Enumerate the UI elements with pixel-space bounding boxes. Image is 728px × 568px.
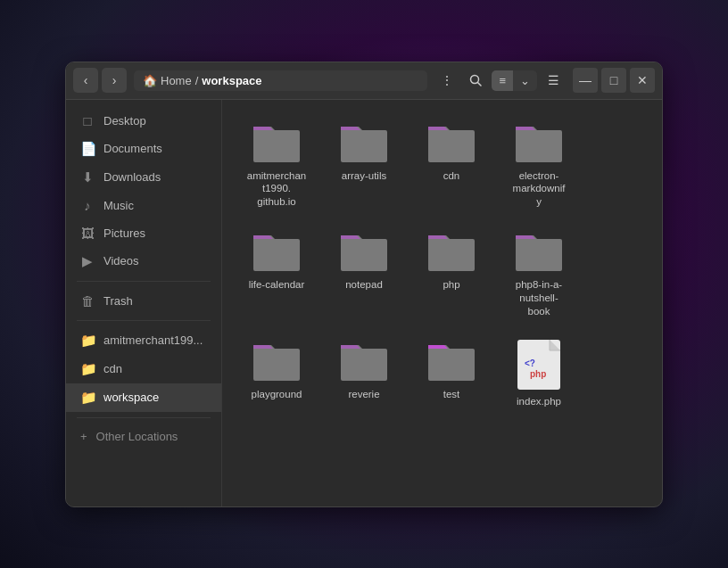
- folder-icon-notepad: [339, 230, 389, 273]
- folder-icon-playground: [252, 340, 302, 383]
- file-name-notepad: notepad: [345, 278, 383, 292]
- home-icon: 🏠: [143, 74, 157, 87]
- downloads-icon: ⬇: [80, 169, 95, 185]
- sidebar-item-amitmerchant[interactable]: 📁 amitmerchant199...: [66, 326, 221, 355]
- file-name-reverie: reverie: [348, 388, 379, 401]
- file-item-index-php[interactable]: <? php index.php: [499, 333, 579, 416]
- folder-icon-electron-markdownify: [514, 121, 564, 164]
- file-area: amitmerchant1990.github.io array-utils: [222, 100, 662, 506]
- window-controls: — □ ✕: [573, 68, 655, 93]
- amitmerchant-folder-icon: 📁: [80, 333, 95, 349]
- other-locations-label: Other Locations: [96, 430, 178, 443]
- workspace-folder-icon: 📁: [80, 390, 95, 406]
- sidebar-item-trash[interactable]: 🗑 Trash: [66, 287, 221, 315]
- file-item-amitmerchant[interactable]: amitmerchant1990.github.io: [236, 114, 317, 217]
- sidebar-item-cdn[interactable]: 📁 cdn: [66, 355, 221, 383]
- file-item-life-calendar[interactable]: life-calendar: [236, 223, 317, 325]
- sidebar-label-music: Music: [103, 199, 134, 212]
- other-locations-button[interactable]: + Other Locations: [66, 424, 221, 449]
- minimize-button[interactable]: —: [573, 68, 598, 93]
- file-item-test[interactable]: test: [411, 333, 492, 416]
- back-button[interactable]: ‹: [73, 68, 98, 93]
- folder-icon-test: [426, 340, 476, 383]
- php-file-icon: <? php: [517, 340, 560, 390]
- close-button[interactable]: ✕: [630, 68, 655, 93]
- file-item-array-utils[interactable]: array-utils: [324, 114, 404, 217]
- breadcrumb-home[interactable]: Home: [161, 74, 192, 87]
- breadcrumb-separator: /: [195, 74, 199, 87]
- sidebar-divider-2: [77, 320, 211, 321]
- sidebar-item-documents[interactable]: 📄 Documents: [66, 135, 221, 163]
- sidebar-item-pictures[interactable]: 🖼 Pictures: [66, 219, 221, 247]
- forward-button[interactable]: ›: [102, 68, 127, 93]
- sidebar-item-downloads[interactable]: ⬇ Downloads: [66, 163, 221, 192]
- file-name-index-php: index.php: [517, 395, 561, 408]
- sidebar: □ Desktop 📄 Documents ⬇ Downloads ♪ Musi…: [66, 100, 222, 506]
- file-item-php[interactable]: php: [411, 223, 492, 325]
- file-name-electron-markdownify: electron-markdownify: [513, 169, 566, 210]
- view-dropdown-button[interactable]: ⌄: [513, 70, 537, 91]
- sidebar-label-documents: Documents: [103, 142, 162, 155]
- sidebar-label-cdn: cdn: [103, 362, 122, 375]
- folder-icon-php8-book: [514, 230, 564, 273]
- file-item-playground[interactable]: playground: [236, 333, 317, 416]
- titlebar-right: ⋮ ≡ ⌄ ☰: [434, 68, 566, 93]
- search-button[interactable]: [463, 68, 488, 93]
- music-icon: ♪: [80, 198, 95, 213]
- file-name-amitmerchant: amitmerchant1990.github.io: [247, 169, 306, 210]
- folder-icon-amitmerchant: [252, 121, 302, 164]
- titlebar: ‹ › 🏠 Home / workspace ⋮ ≡ ⌄ ☰ — □: [66, 62, 662, 100]
- sidebar-item-videos[interactable]: ▶ Videos: [66, 247, 221, 276]
- breadcrumb-current: workspace: [202, 74, 261, 87]
- file-name-php8-book: php8-in-a-nutshell-book: [516, 278, 562, 318]
- svg-text:<?: <?: [525, 358, 535, 368]
- file-item-electron-markdownify[interactable]: electron-markdownify: [499, 114, 579, 217]
- panel-button[interactable]: ☰: [541, 68, 566, 93]
- file-name-php: php: [443, 278, 459, 292]
- main-content: □ Desktop 📄 Documents ⬇ Downloads ♪ Musi…: [66, 100, 662, 506]
- sidebar-label-downloads: Downloads: [103, 170, 161, 184]
- file-item-notepad[interactable]: notepad: [324, 223, 404, 325]
- sidebar-label-amitmerchant: amitmerchant199...: [103, 333, 203, 347]
- search-icon: [469, 74, 482, 86]
- maximize-button[interactable]: □: [601, 68, 626, 93]
- desktop-icon: □: [80, 113, 95, 128]
- folder-icon-reverie: [339, 340, 389, 383]
- sidebar-item-music[interactable]: ♪ Music: [66, 192, 221, 219]
- file-item-php8-book[interactable]: php8-in-a-nutshell-book: [499, 223, 579, 325]
- folder-icon-life-calendar: [252, 230, 302, 273]
- sidebar-label-desktop: Desktop: [103, 114, 146, 128]
- list-view-button[interactable]: ≡: [492, 70, 513, 91]
- sidebar-divider-3: [77, 417, 211, 418]
- sidebar-item-desktop[interactable]: □ Desktop: [66, 107, 221, 135]
- documents-icon: 📄: [80, 141, 95, 157]
- folder-icon-php: [426, 230, 476, 273]
- file-item-cdn[interactable]: cdn: [411, 114, 492, 217]
- sidebar-label-videos: Videos: [103, 254, 139, 268]
- file-name-test: test: [443, 388, 460, 401]
- file-name-cdn: cdn: [443, 169, 460, 183]
- svg-line-1: [478, 83, 482, 86]
- sidebar-label-trash: Trash: [103, 294, 133, 308]
- breadcrumb: 🏠 Home / workspace: [134, 70, 427, 91]
- cdn-folder-icon: 📁: [80, 361, 95, 377]
- folder-icon-array-utils: [339, 121, 389, 164]
- sidebar-label-workspace: workspace: [103, 391, 159, 404]
- svg-text:php: php: [530, 369, 546, 379]
- videos-icon: ▶: [80, 253, 95, 269]
- file-item-reverie[interactable]: reverie: [324, 333, 404, 416]
- pictures-icon: 🖼: [80, 226, 95, 241]
- file-name-life-calendar: life-calendar: [249, 278, 305, 292]
- sidebar-label-pictures: Pictures: [103, 226, 145, 240]
- add-icon: +: [80, 430, 87, 443]
- folder-icon-cdn: [426, 121, 476, 164]
- sidebar-item-workspace[interactable]: 📁 workspace: [66, 383, 221, 412]
- file-name-array-utils: array-utils: [342, 169, 386, 183]
- view-toggle: ≡ ⌄: [492, 70, 537, 91]
- file-manager: ‹ › 🏠 Home / workspace ⋮ ≡ ⌄ ☰ — □: [65, 62, 663, 507]
- trash-icon: 🗑: [80, 293, 95, 309]
- menu-button[interactable]: ⋮: [434, 68, 459, 93]
- file-name-playground: playground: [252, 388, 302, 401]
- sidebar-divider-1: [77, 281, 211, 282]
